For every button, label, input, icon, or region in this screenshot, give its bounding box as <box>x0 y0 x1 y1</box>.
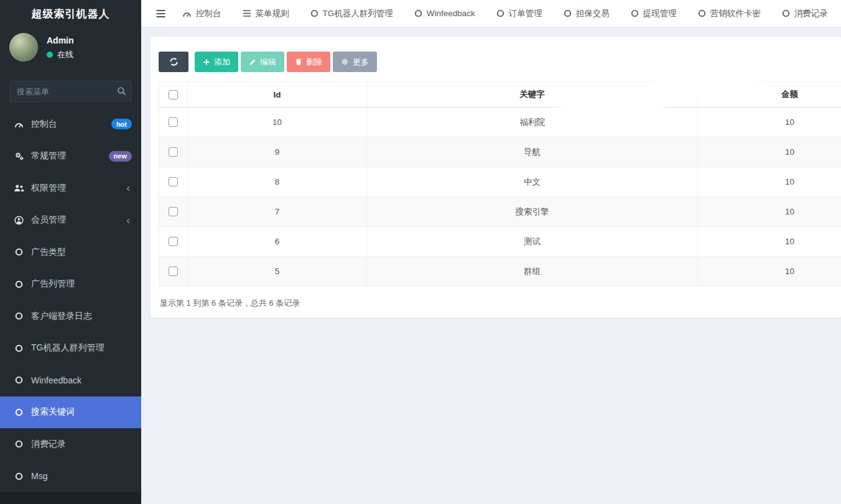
gear-icon <box>341 58 349 66</box>
cell-id: 9 <box>188 137 367 167</box>
sidebar-menu-item[interactable]: 会员管理 <box>0 204 141 237</box>
topbar-tab[interactable]: 菜单规则 <box>243 8 289 19</box>
select-all-checkbox[interactable] <box>169 90 178 99</box>
column-header-amount[interactable]: 金额 <box>698 82 841 108</box>
circle-icon <box>310 9 318 17</box>
topbar: 控制台 菜单规则 TG机器人群列管理 Winfeedback 订单管理 <box>141 0 841 27</box>
user-status-label: 在线 <box>57 49 73 60</box>
row-checkbox[interactable] <box>169 147 178 157</box>
sidebar-menu-item[interactable]: Winfeedback <box>0 364 141 396</box>
cell-keyword: 导航 <box>367 137 698 167</box>
row-checkbox[interactable] <box>169 177 178 186</box>
sidebar-item-label: 广告列管理 <box>31 278 132 290</box>
chevron-left-icon <box>126 183 130 193</box>
table-card: 添加 编辑 删除 更多 <box>151 37 841 318</box>
cell-keyword: 测试 <box>367 227 698 257</box>
table-row[interactable]: 7 搜索引擎 10 <box>159 197 841 227</box>
select-all-cell <box>159 82 188 108</box>
trash-icon <box>295 58 302 66</box>
brand-title[interactable]: 超级索引机器人 <box>0 0 141 28</box>
sidebar-menu-item[interactable]: 权限管理 <box>0 172 141 204</box>
sidebar-item-label: 会员管理 <box>31 214 121 226</box>
circle-icon <box>13 472 25 480</box>
more-button[interactable]: 更多 <box>333 52 377 72</box>
add-button[interactable]: 添加 <box>195 52 238 72</box>
table-row[interactable]: 6 测试 10 <box>159 227 841 257</box>
search-input[interactable] <box>9 81 132 102</box>
tab-label: 担保交易 <box>576 8 610 19</box>
sidebar-menu-item[interactable]: 广告类型 <box>0 236 141 268</box>
topbar-tab[interactable]: 提现管理 <box>631 8 677 19</box>
topbar-tab[interactable]: 消费记录 <box>782 8 828 19</box>
main-area: 控制台 菜单规则 TG机器人群列管理 Winfeedback 订单管理 <box>141 0 841 504</box>
table-row[interactable]: 5 群组 10 <box>159 257 841 286</box>
cell-amount: 10 <box>698 137 841 167</box>
topbar-tab[interactable]: 订单管理 <box>496 8 542 19</box>
user-name: Admin <box>47 35 74 45</box>
circle-icon <box>13 408 25 416</box>
sidebar-menu-item[interactable]: 广告列管理 <box>0 268 141 301</box>
sidebar-menu: 控制台 hot 常规管理 new 权限管理 会员管理 <box>0 108 141 492</box>
users-icon <box>13 184 25 192</box>
table-row[interactable]: 10 福利院 10 <box>159 108 841 137</box>
tab-label: TG机器人群列管理 <box>323 8 393 19</box>
circle-icon <box>13 312 25 320</box>
sidebar-menu-item[interactable]: 控制台 hot <box>0 108 141 140</box>
circle-icon <box>13 376 25 384</box>
topbar-tab[interactable]: TG机器人群列管理 <box>310 8 393 19</box>
dashboard-icon <box>182 9 192 18</box>
search-icon[interactable] <box>117 86 126 98</box>
tab-label: 控制台 <box>196 8 221 19</box>
sidebar-menu-item[interactable]: Msg <box>0 460 141 493</box>
topbar-tab[interactable]: Winfeedback <box>414 9 475 18</box>
column-header-keyword[interactable]: 关键字 <box>367 82 698 108</box>
cell-amount: 10 <box>698 108 841 137</box>
chevron-left-icon <box>126 215 130 226</box>
sidebar-menu-item[interactable]: 消费记录 <box>0 428 141 460</box>
topbar-tab[interactable]: 担保交易 <box>564 8 610 19</box>
topbar-tab[interactable]: 控制台 <box>182 8 221 19</box>
sidebar-menu-item[interactable]: 搜索关键词 <box>0 396 141 429</box>
cell-id: 10 <box>188 108 367 137</box>
circle-icon <box>782 9 790 17</box>
cell-amount: 10 <box>698 257 841 286</box>
sidebar: 超级索引机器人 Admin 在线 控制台 hot <box>0 0 141 504</box>
list-icon <box>243 9 251 17</box>
cell-keyword: 福利院 <box>367 108 698 137</box>
sidebar-menu-item[interactable]: TG机器人群列管理 <box>0 332 141 365</box>
column-header-id[interactable]: Id <box>188 82 367 108</box>
circle-icon <box>496 9 504 17</box>
circle-icon <box>13 248 25 256</box>
cell-keyword: 搜索引擎 <box>367 197 698 227</box>
plus-icon <box>203 58 210 66</box>
user-panel: Admin 在线 <box>0 28 141 73</box>
row-checkbox[interactable] <box>169 237 178 246</box>
refresh-button[interactable] <box>159 52 188 72</box>
edit-button[interactable]: 编辑 <box>241 52 284 72</box>
table-row[interactable]: 8 中文 10 <box>159 167 841 197</box>
sidebar-toggle-icon[interactable] <box>156 9 166 18</box>
sidebar-menu-item[interactable]: 客户端登录日志 <box>0 300 141 332</box>
cell-amount: 10 <box>698 167 841 197</box>
row-checkbox[interactable] <box>169 207 178 216</box>
menu-badge: new <box>109 151 132 162</box>
cogs-icon <box>13 152 25 161</box>
sidebar-item-label: 消费记录 <box>31 439 132 450</box>
refresh-icon <box>169 57 179 66</box>
sidebar-menu-item[interactable]: 常规管理 new <box>0 140 141 173</box>
row-checkbox[interactable] <box>169 267 178 276</box>
cell-amount: 10 <box>698 197 841 227</box>
tab-label: 提现管理 <box>643 8 677 19</box>
menu-badge: hot <box>111 119 132 129</box>
row-checkbox[interactable] <box>169 117 178 127</box>
delete-button[interactable]: 删除 <box>287 52 330 72</box>
table-header-row: Id 关键字 金额 <box>159 82 841 108</box>
cell-id: 6 <box>188 227 367 257</box>
circle-icon <box>631 9 639 17</box>
topbar-tab[interactable]: 营销软件卡密 <box>698 8 761 19</box>
cell-id: 7 <box>188 197 367 227</box>
tab-label: 菜单规则 <box>256 8 289 19</box>
table-row[interactable]: 9 导航 10 <box>159 137 841 167</box>
circle-icon <box>13 440 25 448</box>
topbar-tabs: 控制台 菜单规则 TG机器人群列管理 Winfeedback 订单管理 <box>182 8 828 19</box>
